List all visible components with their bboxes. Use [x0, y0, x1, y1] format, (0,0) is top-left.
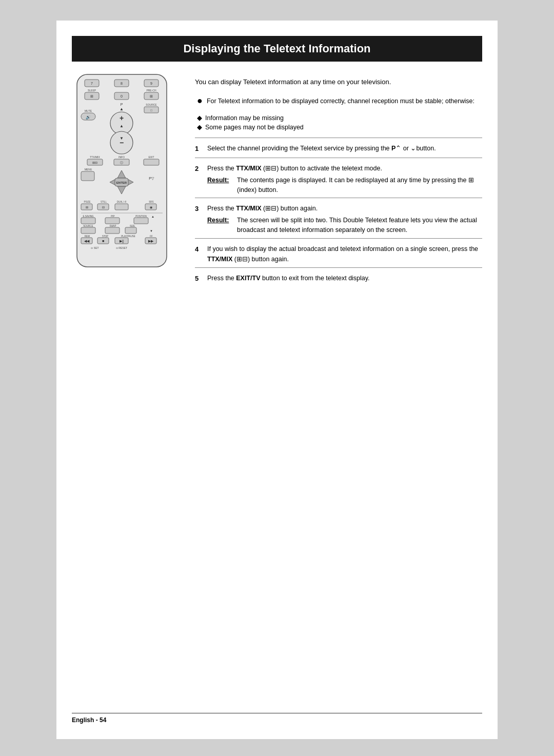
svg-text:🔊: 🔊 — [86, 114, 91, 120]
step-4-content: If you wish to display the actual broadc… — [207, 244, 482, 264]
svg-text:P: P — [121, 103, 123, 106]
step-2-result-label: Result: — [207, 176, 233, 195]
bullet-item-2: ◆ Some pages may not be displayed — [195, 123, 482, 132]
svg-text:FF: FF — [150, 235, 153, 238]
bullet-text-2: Some pages may not be displayed — [205, 123, 304, 132]
svg-text:INFO: INFO — [118, 156, 125, 159]
step-2-result-text: The contents page is displayed. It can b… — [237, 176, 482, 195]
step-4-text: If you wish to display the actual broadc… — [207, 245, 478, 263]
svg-text:SOURCE: SOURCE — [146, 103, 157, 106]
svg-text:8: 8 — [121, 82, 123, 85]
step-3-result-label: Result: — [207, 216, 233, 235]
svg-text:▲: ▲ — [120, 107, 124, 111]
note-icon: ● — [197, 95, 203, 106]
svg-text:SIZE: SIZE — [130, 225, 135, 227]
svg-text:▲: ▲ — [151, 215, 154, 218]
svg-rect-69 — [105, 227, 120, 234]
svg-text:7: 7 — [91, 82, 93, 85]
steps-area: 1 Select the channel providing the Telet… — [195, 138, 482, 287]
step-2-num: 2 — [195, 163, 202, 195]
svg-text:▲: ▲ — [120, 124, 124, 128]
svg-text:PLAY/PAUSE: PLAY/PAUSE — [121, 235, 135, 238]
remote-image: 7 8 9 SLEEP PRE-CH ⊞ 0 ⊞ — [72, 72, 172, 272]
svg-text:EXIT: EXIT — [148, 156, 154, 159]
step-3-result-text: The screen will be split into two. This … — [237, 216, 482, 235]
intro-text: You can display Teletext information at … — [195, 77, 482, 87]
svg-text:▶||: ▶|| — [120, 239, 124, 243]
svg-text:⊞: ⊞ — [150, 94, 153, 98]
svg-text:SRS: SRS — [149, 201, 153, 203]
svg-text:PSIZE: PSIZE — [84, 201, 90, 203]
right-panel: You can display Teletext information at … — [195, 72, 482, 287]
svg-text:+: + — [120, 114, 124, 122]
bullet-text-1: Information may be missing — [205, 113, 284, 123]
svg-text:STOP: STOP — [102, 235, 108, 238]
step-1-num: 1 — [195, 143, 202, 154]
svg-text:0: 0 — [121, 94, 123, 98]
svg-rect-38 — [81, 171, 94, 181]
footer-text: English - 54 — [72, 716, 106, 724]
svg-text:⊞: ⊞ — [86, 206, 88, 209]
step-2-content: Press the TTX/MIX (⊞⊟) button to activat… — [207, 163, 482, 195]
svg-text:SWAP: SWAP — [109, 225, 116, 227]
bullet-icon-2: ◆ — [197, 123, 202, 132]
svg-text:▼: ▼ — [120, 136, 124, 141]
svg-text:⊞⊟: ⊞⊟ — [92, 161, 97, 164]
svg-text:ⓘ: ⓘ — [120, 161, 123, 164]
svg-text:MUTE: MUTE — [85, 109, 92, 112]
svg-text:▼: ▼ — [150, 229, 153, 232]
svg-text:REW: REW — [85, 235, 90, 238]
svg-text:SLEEP: SLEEP — [88, 89, 96, 92]
svg-text:SOURCE: SOURCE — [83, 225, 93, 227]
step-1-content: Select the channel providing the Teletex… — [207, 143, 482, 154]
bullet-icon-1: ◆ — [197, 113, 202, 123]
step-3-result: Result: The screen will be split into tw… — [207, 216, 482, 235]
step-3-text: Press the TTX/MIX (⊞⊟) button again. — [207, 205, 318, 212]
footer: English - 54 — [72, 713, 482, 724]
svg-text:STILL: STILL — [101, 201, 107, 203]
step-3: 3 Press the TTX/MIX (⊞⊟) button again. R… — [195, 198, 482, 238]
svg-text:DUAL I-II: DUAL I-II — [117, 201, 126, 203]
step-2: 2 Press the TTX/MIX (⊞⊟) button to activ… — [195, 158, 482, 198]
svg-text:■: ■ — [102, 239, 104, 243]
svg-rect-68 — [81, 227, 95, 234]
step-5: 5 Press the EXIT/TV button to exit from … — [195, 267, 482, 287]
step-2-result: Result: The contents page is displayed. … — [207, 176, 482, 195]
svg-text:⊙ SET: ⊙ SET — [91, 246, 98, 249]
svg-rect-70 — [125, 227, 136, 234]
svg-rect-63 — [134, 218, 148, 224]
step-3-content: Press the TTX/MIX (⊞⊟) button again. Res… — [207, 203, 482, 235]
step-1: 1 Select the channel providing the Telet… — [195, 138, 482, 158]
svg-text:□: □ — [150, 109, 152, 112]
step-1-text: Select the channel providing the Teletex… — [207, 145, 436, 152]
svg-text:⊙ RESET: ⊙ RESET — [116, 246, 127, 249]
step-5-text: Press the EXIT/TV button to exit from th… — [207, 275, 370, 282]
svg-text:⊞: ⊞ — [90, 94, 93, 98]
svg-text:MENU: MENU — [85, 168, 92, 171]
svg-rect-53 — [115, 204, 128, 210]
step-2-text: Press the TTX/MIX (⊞⊟) button to activat… — [207, 165, 382, 172]
page: Displaying the Teletext Information 7 8 … — [56, 21, 498, 739]
step-3-num: 3 — [195, 203, 202, 235]
svg-text:⊟: ⊟ — [102, 206, 105, 209]
step-4-num: 4 — [195, 244, 202, 264]
svg-text:TTX/MIX: TTX/MIX — [90, 156, 100, 159]
svg-text:9: 9 — [150, 82, 152, 85]
step-5-content: Press the EXIT/TV button to exit from th… — [207, 273, 482, 284]
svg-text:E.SAVING: E.SAVING — [83, 215, 94, 218]
svg-text:▶▶: ▶▶ — [148, 239, 154, 243]
svg-rect-61 — [81, 218, 95, 224]
svg-rect-36 — [144, 159, 159, 165]
svg-text:POSITION: POSITION — [135, 215, 147, 218]
svg-text:◀◀: ◀◀ — [84, 239, 90, 243]
bullet-item-1: ◆ Information may be missing — [195, 113, 482, 123]
svg-text:P▽: P▽ — [149, 177, 154, 180]
svg-text:ENTER: ENTER — [116, 181, 127, 184]
note-content: For Teletext information to be displayed… — [207, 96, 474, 106]
svg-text:◉: ◉ — [150, 206, 152, 209]
svg-text:PRE-CH: PRE-CH — [146, 89, 156, 92]
left-panel: 7 8 9 SLEEP PRE-CH ⊞ 0 ⊞ — [72, 72, 185, 287]
note-box: ● For Teletext information to be display… — [195, 96, 482, 106]
step-4: 4 If you wish to display the actual broa… — [195, 238, 482, 267]
step-5-num: 5 — [195, 273, 202, 284]
